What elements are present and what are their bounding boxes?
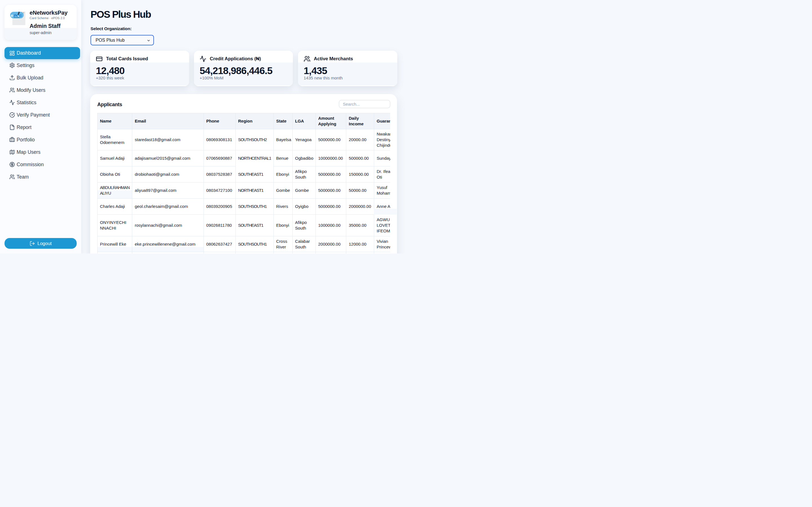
svg-text:TM: TM	[23, 12, 24, 13]
svg-text:eNetworksPay: eNetworksPay	[14, 17, 20, 18]
svg-text:e: e	[11, 13, 13, 18]
